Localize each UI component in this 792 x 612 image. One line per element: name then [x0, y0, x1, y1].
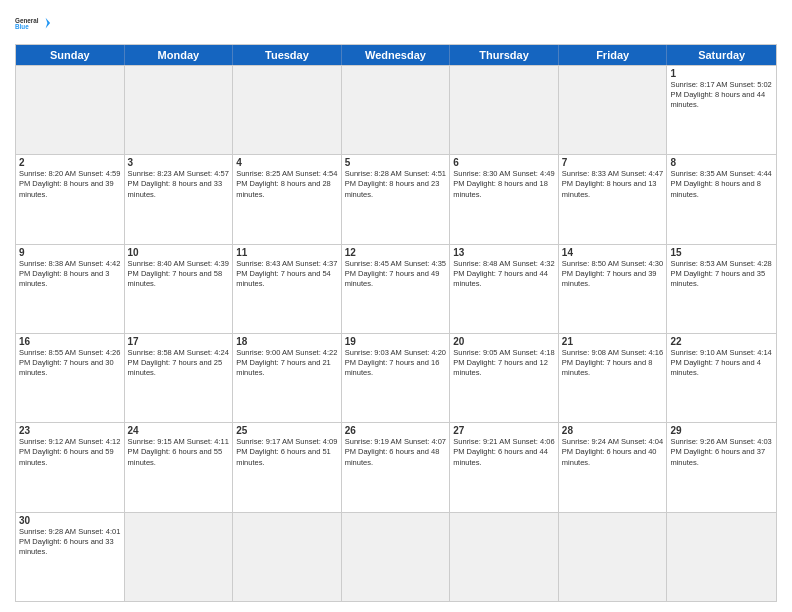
- day-info: Sunrise: 8:25 AM Sunset: 4:54 PM Dayligh…: [236, 169, 338, 199]
- header-tuesday: Tuesday: [233, 45, 342, 65]
- week-row-4: 16Sunrise: 8:55 AM Sunset: 4:26 PM Dayli…: [16, 333, 776, 422]
- day-number: 18: [236, 336, 338, 347]
- day-cell: [125, 66, 234, 154]
- day-number: 20: [453, 336, 555, 347]
- day-number: 23: [19, 425, 121, 436]
- day-cell: 11Sunrise: 8:43 AM Sunset: 4:37 PM Dayli…: [233, 245, 342, 333]
- day-number: 17: [128, 336, 230, 347]
- day-info: Sunrise: 8:55 AM Sunset: 4:26 PM Dayligh…: [19, 348, 121, 378]
- day-cell: [450, 66, 559, 154]
- day-cell: 2Sunrise: 8:20 AM Sunset: 4:59 PM Daylig…: [16, 155, 125, 243]
- day-info: Sunrise: 9:00 AM Sunset: 4:22 PM Dayligh…: [236, 348, 338, 378]
- day-info: Sunrise: 9:05 AM Sunset: 4:18 PM Dayligh…: [453, 348, 555, 378]
- day-info: Sunrise: 8:38 AM Sunset: 4:42 PM Dayligh…: [19, 259, 121, 289]
- day-info: Sunrise: 8:40 AM Sunset: 4:39 PM Dayligh…: [128, 259, 230, 289]
- day-cell: 12Sunrise: 8:45 AM Sunset: 4:35 PM Dayli…: [342, 245, 451, 333]
- day-number: 30: [19, 515, 121, 526]
- svg-text:General: General: [15, 17, 39, 24]
- week-row-5: 23Sunrise: 9:12 AM Sunset: 4:12 PM Dayli…: [16, 422, 776, 511]
- day-cell: [16, 66, 125, 154]
- week-row-6: 30Sunrise: 9:28 AM Sunset: 4:01 PM Dayli…: [16, 512, 776, 601]
- day-cell: [233, 513, 342, 601]
- day-info: Sunrise: 9:26 AM Sunset: 4:03 PM Dayligh…: [670, 437, 773, 467]
- day-cell: 25Sunrise: 9:17 AM Sunset: 4:09 PM Dayli…: [233, 423, 342, 511]
- day-number: 15: [670, 247, 773, 258]
- day-cell: 21Sunrise: 9:08 AM Sunset: 4:16 PM Dayli…: [559, 334, 668, 422]
- day-number: 16: [19, 336, 121, 347]
- day-number: 8: [670, 157, 773, 168]
- week-row-1: 1Sunrise: 8:17 AM Sunset: 5:02 PM Daylig…: [16, 65, 776, 154]
- day-number: 1: [670, 68, 773, 79]
- day-cell: 18Sunrise: 9:00 AM Sunset: 4:22 PM Dayli…: [233, 334, 342, 422]
- day-info: Sunrise: 9:12 AM Sunset: 4:12 PM Dayligh…: [19, 437, 121, 467]
- header-saturday: Saturday: [667, 45, 776, 65]
- svg-text:Blue: Blue: [15, 23, 29, 30]
- day-number: 5: [345, 157, 447, 168]
- week-row-2: 2Sunrise: 8:20 AM Sunset: 4:59 PM Daylig…: [16, 154, 776, 243]
- day-number: 4: [236, 157, 338, 168]
- day-cell: 28Sunrise: 9:24 AM Sunset: 4:04 PM Dayli…: [559, 423, 668, 511]
- day-cell: [233, 66, 342, 154]
- day-number: 12: [345, 247, 447, 258]
- day-number: 19: [345, 336, 447, 347]
- header-sunday: Sunday: [16, 45, 125, 65]
- header-friday: Friday: [559, 45, 668, 65]
- logo: GeneralBlue: [15, 10, 51, 38]
- day-cell: 1Sunrise: 8:17 AM Sunset: 5:02 PM Daylig…: [667, 66, 776, 154]
- day-cell: 6Sunrise: 8:30 AM Sunset: 4:49 PM Daylig…: [450, 155, 559, 243]
- day-info: Sunrise: 8:17 AM Sunset: 5:02 PM Dayligh…: [670, 80, 773, 110]
- day-info: Sunrise: 9:19 AM Sunset: 4:07 PM Dayligh…: [345, 437, 447, 467]
- day-info: Sunrise: 8:23 AM Sunset: 4:57 PM Dayligh…: [128, 169, 230, 199]
- day-number: 10: [128, 247, 230, 258]
- calendar: Sunday Monday Tuesday Wednesday Thursday…: [15, 44, 777, 602]
- day-number: 29: [670, 425, 773, 436]
- day-cell: 17Sunrise: 8:58 AM Sunset: 4:24 PM Dayli…: [125, 334, 234, 422]
- day-cell: 24Sunrise: 9:15 AM Sunset: 4:11 PM Dayli…: [125, 423, 234, 511]
- day-info: Sunrise: 8:48 AM Sunset: 4:32 PM Dayligh…: [453, 259, 555, 289]
- day-cell: 27Sunrise: 9:21 AM Sunset: 4:06 PM Dayli…: [450, 423, 559, 511]
- day-cell: 5Sunrise: 8:28 AM Sunset: 4:51 PM Daylig…: [342, 155, 451, 243]
- day-info: Sunrise: 8:50 AM Sunset: 4:30 PM Dayligh…: [562, 259, 664, 289]
- day-number: 11: [236, 247, 338, 258]
- day-info: Sunrise: 9:03 AM Sunset: 4:20 PM Dayligh…: [345, 348, 447, 378]
- day-number: 14: [562, 247, 664, 258]
- day-number: 7: [562, 157, 664, 168]
- day-info: Sunrise: 8:35 AM Sunset: 4:44 PM Dayligh…: [670, 169, 773, 199]
- page: GeneralBlue Sunday Monday Tuesday Wednes…: [0, 0, 792, 612]
- day-cell: 3Sunrise: 8:23 AM Sunset: 4:57 PM Daylig…: [125, 155, 234, 243]
- day-number: 22: [670, 336, 773, 347]
- day-number: 3: [128, 157, 230, 168]
- day-number: 26: [345, 425, 447, 436]
- day-info: Sunrise: 8:30 AM Sunset: 4:49 PM Dayligh…: [453, 169, 555, 199]
- day-number: 24: [128, 425, 230, 436]
- day-cell: 10Sunrise: 8:40 AM Sunset: 4:39 PM Dayli…: [125, 245, 234, 333]
- day-number: 2: [19, 157, 121, 168]
- day-cell: 26Sunrise: 9:19 AM Sunset: 4:07 PM Dayli…: [342, 423, 451, 511]
- day-cell: [559, 66, 668, 154]
- day-cell: 8Sunrise: 8:35 AM Sunset: 4:44 PM Daylig…: [667, 155, 776, 243]
- svg-marker-2: [46, 18, 51, 29]
- day-info: Sunrise: 8:28 AM Sunset: 4:51 PM Dayligh…: [345, 169, 447, 199]
- header-thursday: Thursday: [450, 45, 559, 65]
- header-wednesday: Wednesday: [342, 45, 451, 65]
- header-monday: Monday: [125, 45, 234, 65]
- day-info: Sunrise: 9:21 AM Sunset: 4:06 PM Dayligh…: [453, 437, 555, 467]
- day-info: Sunrise: 8:43 AM Sunset: 4:37 PM Dayligh…: [236, 259, 338, 289]
- week-row-3: 9Sunrise: 8:38 AM Sunset: 4:42 PM Daylig…: [16, 244, 776, 333]
- day-headers: Sunday Monday Tuesday Wednesday Thursday…: [16, 45, 776, 65]
- day-cell: 13Sunrise: 8:48 AM Sunset: 4:32 PM Dayli…: [450, 245, 559, 333]
- day-cell: 20Sunrise: 9:05 AM Sunset: 4:18 PM Dayli…: [450, 334, 559, 422]
- day-cell: [559, 513, 668, 601]
- day-cell: [342, 66, 451, 154]
- day-info: Sunrise: 8:45 AM Sunset: 4:35 PM Dayligh…: [345, 259, 447, 289]
- day-info: Sunrise: 9:17 AM Sunset: 4:09 PM Dayligh…: [236, 437, 338, 467]
- day-cell: 30Sunrise: 9:28 AM Sunset: 4:01 PM Dayli…: [16, 513, 125, 601]
- day-cell: 7Sunrise: 8:33 AM Sunset: 4:47 PM Daylig…: [559, 155, 668, 243]
- day-cell: [667, 513, 776, 601]
- day-info: Sunrise: 8:58 AM Sunset: 4:24 PM Dayligh…: [128, 348, 230, 378]
- day-number: 21: [562, 336, 664, 347]
- calendar-body: 1Sunrise: 8:17 AM Sunset: 5:02 PM Daylig…: [16, 65, 776, 601]
- day-cell: [342, 513, 451, 601]
- day-cell: 19Sunrise: 9:03 AM Sunset: 4:20 PM Dayli…: [342, 334, 451, 422]
- day-cell: 4Sunrise: 8:25 AM Sunset: 4:54 PM Daylig…: [233, 155, 342, 243]
